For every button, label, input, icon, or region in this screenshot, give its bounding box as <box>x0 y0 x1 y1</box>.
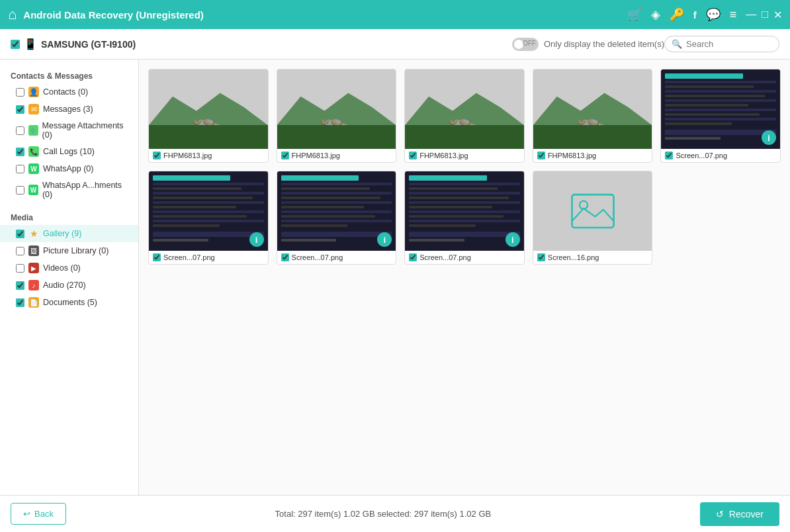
gallery-grid: 🐃 i FHPM6813.jpg 🐃 i FHPM68 <box>148 69 781 265</box>
msg-attach-checkbox[interactable] <box>16 126 24 135</box>
device-checkbox[interactable] <box>11 40 20 49</box>
search-icon: 🔍 <box>672 39 682 49</box>
whatsapp-attach-label: WhatsApp A...hments (0) <box>42 181 128 199</box>
horn-overlay-1: 🐃 <box>149 109 268 149</box>
minimize-button[interactable]: — <box>746 9 756 21</box>
search-box: 🔍 <box>664 36 779 52</box>
documents-checkbox[interactable] <box>16 298 24 307</box>
search-input[interactable] <box>686 39 772 49</box>
whatsapp-attach-checkbox[interactable] <box>16 186 24 195</box>
sidebar-item-whatsapp[interactable]: W WhatsApp (0) <box>0 160 138 177</box>
contacts-checkbox[interactable] <box>16 88 24 97</box>
item-checkbox-8[interactable] <box>409 253 417 261</box>
cart-icon[interactable]: 🛒 <box>627 7 642 22</box>
thumbnail-6: i <box>149 171 268 251</box>
sidebar-item-message-attachments[interactable]: 📎 Message Attachments (0) <box>0 118 138 143</box>
whatsapp-checkbox[interactable] <box>16 165 24 173</box>
gallery-item-2[interactable]: 🐃 i FHPM6813.jpg <box>277 69 397 163</box>
info-badge-6[interactable]: i <box>249 232 264 247</box>
status-text: Total: 297 item(s) 1.02 GB selected: 297… <box>66 509 700 519</box>
info-badge-8[interactable]: i <box>505 232 520 247</box>
item-footer-7: Screen...07.png <box>277 251 396 264</box>
gallery-item-3[interactable]: 🐃 i FHPM6813.jpg <box>404 69 525 163</box>
recover-button[interactable]: ↺ Recover <box>700 502 779 526</box>
svg-rect-0 <box>572 195 613 228</box>
item-checkbox-5[interactable] <box>665 152 673 159</box>
back-button[interactable]: ↩ Back <box>11 503 66 525</box>
audio-checkbox[interactable] <box>16 281 24 290</box>
messages-checkbox[interactable] <box>16 105 24 114</box>
gallery-item-1[interactable]: 🐃 i FHPM6813.jpg <box>148 69 269 163</box>
item-checkbox-2[interactable] <box>281 152 289 159</box>
documents-icon: 📄 <box>28 297 39 308</box>
gallery-area: 🐃 i FHPM6813.jpg 🐃 i FHPM68 <box>139 60 790 495</box>
gallery-item-5[interactable]: i Screen...07.png <box>660 69 781 163</box>
info-badge-5[interactable]: i <box>762 130 776 145</box>
recover-icon: ↺ <box>716 509 724 519</box>
sidebar-item-contacts[interactable]: 👤 Contacts (0) <box>0 83 138 101</box>
info-badge-7[interactable]: i <box>377 232 392 247</box>
sidebar-item-whatsapp-attachments[interactable]: W WhatsApp A...hments (0) <box>0 177 138 202</box>
toggle-off-label: OFF <box>523 40 536 47</box>
item-footer-6: Screen...07.png <box>149 251 268 264</box>
gallery-icon: ★ <box>28 228 39 239</box>
info-badge-3[interactable]: i <box>505 130 520 145</box>
item-checkbox-4[interactable] <box>537 152 545 159</box>
facebook-icon[interactable]: f <box>693 9 697 21</box>
maximize-button[interactable]: □ <box>762 9 768 21</box>
sidebar-item-documents[interactable]: 📄 Documents (5) <box>0 294 138 311</box>
back-arrow-icon: ↩ <box>23 509 30 519</box>
wifi-icon[interactable]: ◈ <box>651 7 660 22</box>
thumbnail-9 <box>533 171 652 251</box>
msg-attach-icon: 📎 <box>28 125 38 136</box>
info-badge-1[interactable]: i <box>249 130 264 145</box>
gallery-item-4[interactable]: 🐃 i FHPM6813.jpg <box>533 69 653 163</box>
item-footer-9: Screen...16.png <box>533 251 652 264</box>
gallery-item-6[interactable]: i Screen...07.png <box>148 171 269 265</box>
sidebar-item-picture-library[interactable]: 🖼 Picture Library (0) <box>0 242 138 259</box>
item-name-4: FHPM6813.jpg <box>548 152 596 159</box>
picture-library-checkbox[interactable] <box>16 247 24 255</box>
info-badge-2[interactable]: i <box>377 130 392 145</box>
thumbnail-8: i <box>405 171 524 251</box>
sidebar-item-messages[interactable]: ✉ Messages (3) <box>0 101 138 118</box>
sidebar: Contacts & Messages 👤 Contacts (0) ✉ Mes… <box>0 60 139 495</box>
sidebar-item-call-logs[interactable]: 📞 Call Logs (10) <box>0 143 138 160</box>
deleted-toggle[interactable]: OFF <box>512 38 539 51</box>
item-checkbox-3[interactable] <box>409 152 417 159</box>
key-icon[interactable]: 🔑 <box>670 7 684 22</box>
sidebar-item-gallery[interactable]: ★ Gallery (9) <box>0 225 138 242</box>
thumbnail-1: 🐃 i <box>149 69 268 149</box>
home-icon[interactable]: ⌂ <box>8 6 17 23</box>
call-logs-icon: 📞 <box>28 146 39 157</box>
contacts-icon: 👤 <box>28 87 39 97</box>
gallery-checkbox[interactable] <box>16 230 24 238</box>
gallery-item-7[interactable]: i Screen...07.png <box>277 171 397 265</box>
device-name: SAMSUNG (GT-I9100) <box>41 39 136 50</box>
whatsapp-label: WhatsApp (0) <box>43 164 93 173</box>
item-checkbox-9[interactable] <box>537 253 545 261</box>
info-badge-4[interactable]: i <box>633 130 648 145</box>
sidebar-item-audio[interactable]: ♪ Audio (270) <box>0 277 138 294</box>
thumbnail-7: i <box>277 171 396 251</box>
gallery-item-8[interactable]: i Screen...07.png <box>404 171 525 265</box>
footer: ↩ Back Total: 297 item(s) 1.02 GB select… <box>0 495 790 532</box>
videos-label: Videos (0) <box>43 263 81 273</box>
call-logs-checkbox[interactable] <box>16 148 24 156</box>
menu-icon[interactable]: ≡ <box>730 8 737 22</box>
horn-overlay-2: 🐃 <box>277 109 396 149</box>
item-checkbox-1[interactable] <box>153 152 161 159</box>
item-checkbox-7[interactable] <box>281 253 289 261</box>
videos-icon: ▶ <box>28 263 39 273</box>
sidebar-item-videos[interactable]: ▶ Videos (0) <box>0 259 138 277</box>
gallery-item-9[interactable]: Screen...16.png <box>533 171 653 265</box>
chat-icon[interactable]: 💬 <box>706 7 721 22</box>
window-controls: — □ ✕ <box>746 9 782 21</box>
thumbnail-2: 🐃 i <box>277 69 396 149</box>
device-bar: 📱 SAMSUNG (GT-I9100) OFF Only display th… <box>0 29 790 60</box>
content-area: Contacts & Messages 👤 Contacts (0) ✉ Mes… <box>0 60 790 495</box>
close-button[interactable]: ✕ <box>773 9 782 21</box>
item-checkbox-6[interactable] <box>153 253 161 261</box>
videos-checkbox[interactable] <box>16 264 24 273</box>
messages-label: Messages (3) <box>43 105 93 114</box>
